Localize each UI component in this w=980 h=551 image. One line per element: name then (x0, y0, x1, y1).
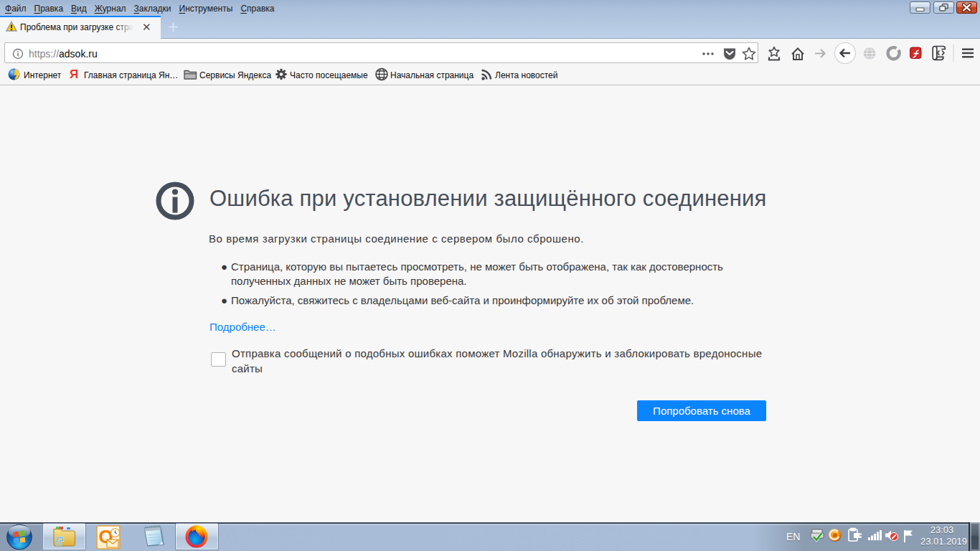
svg-text:Я: Я (70, 67, 78, 81)
